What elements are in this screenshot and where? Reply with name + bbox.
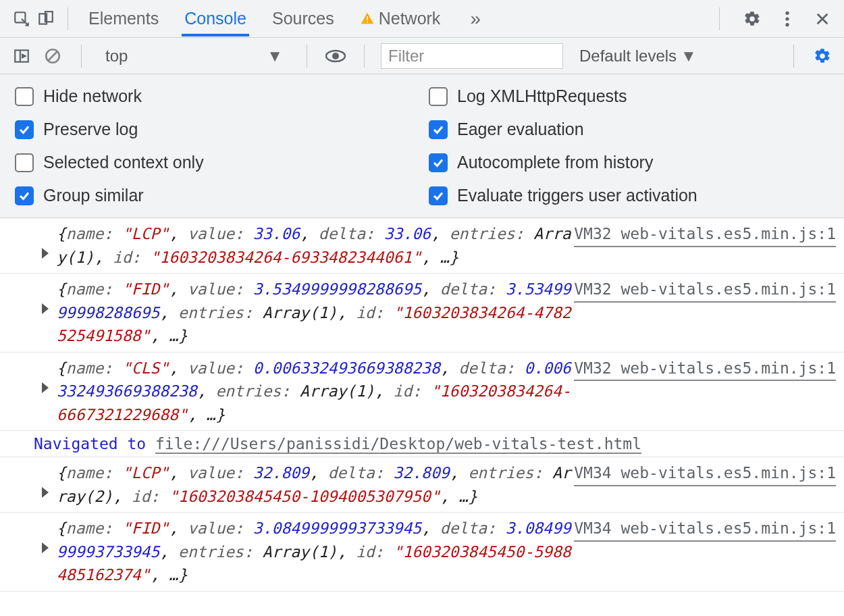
console-output: VM32 web-vitals.es5.min.js:1{name: "LCP"… — [0, 218, 844, 592]
inspect-icon[interactable] — [9, 7, 34, 31]
setting-selected-context[interactable]: Selected context only — [15, 153, 415, 172]
expand-arrow-icon[interactable] — [42, 303, 49, 314]
console-log-entry: VM32 web-vitals.es5.min.js:1{name: "CLS"… — [0, 353, 844, 432]
toolbar-separator — [68, 7, 68, 30]
filter-separator — [81, 45, 82, 68]
source-link[interactable]: VM34 web-vitals.es5.min.js:1 — [574, 517, 836, 542]
log-levels-selector[interactable]: Default levels ▼ — [575, 47, 701, 66]
checkbox[interactable] — [15, 186, 34, 205]
chevron-down-icon: ▼ — [267, 47, 283, 66]
checkbox[interactable] — [429, 153, 448, 172]
expand-arrow-icon[interactable] — [42, 382, 49, 393]
setting-label: Eager evaluation — [457, 120, 584, 139]
devtools-toolbar: Elements Console Sources Network » — [0, 0, 844, 38]
source-link[interactable]: VM32 web-vitals.es5.min.js:1 — [574, 222, 836, 247]
setting-hide-network[interactable]: Hide network — [15, 86, 415, 106]
console-settings-panel: Hide network Preserve log Selected conte… — [0, 74, 844, 218]
checkbox[interactable] — [429, 87, 448, 106]
more-tabs-icon[interactable]: » — [463, 7, 487, 31]
tab-elements[interactable]: Elements — [86, 1, 161, 36]
filter-separator — [307, 45, 307, 68]
tab-console[interactable]: Console — [182, 1, 249, 36]
source-link[interactable]: VM32 web-vitals.es5.min.js:1 — [574, 278, 836, 303]
live-expression-icon[interactable] — [323, 44, 348, 68]
clear-console-icon[interactable] — [41, 44, 65, 68]
setting-label: Preserve log — [43, 120, 138, 139]
svg-point-7 — [785, 23, 789, 26]
setting-user-activation[interactable]: Evaluate triggers user activation — [429, 186, 829, 205]
filter-separator — [793, 45, 794, 68]
setting-label: Hide network — [43, 86, 142, 106]
svg-rect-3 — [367, 16, 368, 20]
checkbox[interactable] — [15, 153, 34, 172]
panel-tabs: Elements Console Sources Network » — [78, 1, 710, 36]
svg-point-6 — [785, 17, 789, 20]
tab-sources[interactable]: Sources — [269, 1, 337, 36]
setting-group-similar[interactable]: Group similar — [15, 186, 415, 205]
expand-arrow-icon[interactable] — [42, 542, 49, 553]
checkbox[interactable] — [429, 186, 448, 205]
navigation-entry: Navigated to file:///Users/panissidi/Des… — [0, 431, 844, 457]
toolbar-separator — [719, 7, 720, 30]
source-link[interactable]: VM32 web-vitals.es5.min.js:1 — [574, 357, 836, 382]
console-settings-gear-icon[interactable] — [810, 44, 835, 68]
checkbox[interactable] — [429, 120, 448, 139]
expand-arrow-icon[interactable] — [42, 248, 49, 259]
setting-label: Selected context only — [43, 153, 204, 172]
source-link[interactable]: VM34 web-vitals.es5.min.js:1 — [574, 461, 836, 486]
kebab-menu-icon[interactable] — [775, 7, 799, 31]
setting-eager-eval[interactable]: Eager evaluation — [429, 120, 829, 139]
console-log-entry: VM32 web-vitals.es5.min.js:1{name: "FID"… — [0, 274, 844, 353]
checkbox[interactable] — [15, 87, 34, 106]
filter-input[interactable] — [381, 43, 563, 69]
checkbox[interactable] — [15, 120, 34, 139]
console-log-entry: VM34 web-vitals.es5.min.js:1{name: "LCP"… — [0, 457, 844, 513]
console-log-entry: VM34 web-vitals.es5.min.js:1{name: "FID"… — [0, 513, 844, 592]
setting-log-xhr[interactable]: Log XMLHttpRequests — [429, 86, 829, 106]
console-filter-bar: top ▼ Default levels ▼ — [0, 38, 844, 74]
sidebar-toggle-icon[interactable] — [9, 44, 34, 68]
console-log-entry: VM32 web-vitals.es5.min.js:1{name: "LCP"… — [0, 218, 844, 274]
setting-label: Evaluate triggers user activation — [457, 186, 697, 205]
chevron-down-icon: ▼ — [681, 47, 697, 66]
tab-network[interactable]: Network — [357, 1, 444, 36]
close-icon[interactable] — [810, 7, 835, 31]
context-selector[interactable]: top ▼ — [98, 43, 290, 69]
setting-autocomplete-history[interactable]: Autocomplete from history — [429, 153, 829, 172]
nav-url-link[interactable]: file:///Users/panissidi/Desktop/web-vita… — [155, 435, 641, 454]
setting-label: Log XMLHttpRequests — [457, 86, 627, 106]
settings-gear-icon[interactable] — [740, 7, 764, 31]
setting-label: Autocomplete from history — [457, 153, 653, 172]
svg-point-11 — [332, 53, 339, 59]
expand-arrow-icon[interactable] — [42, 487, 49, 498]
svg-rect-4 — [367, 22, 368, 23]
setting-preserve-log[interactable]: Preserve log — [15, 120, 415, 139]
svg-point-5 — [785, 11, 789, 14]
filter-separator — [364, 45, 365, 68]
nav-label: Navigated to — [34, 435, 155, 453]
setting-label: Group similar — [43, 186, 144, 205]
device-toggle-icon[interactable] — [34, 7, 58, 31]
